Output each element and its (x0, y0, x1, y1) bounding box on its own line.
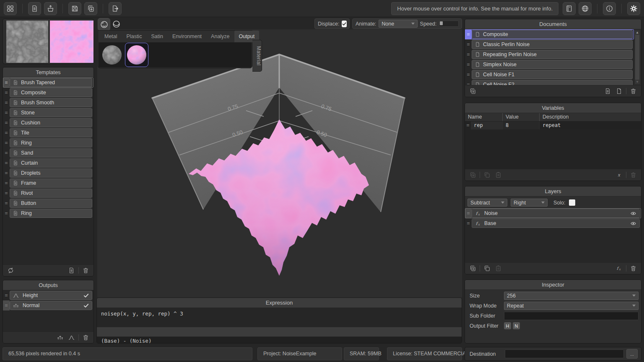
drag-handle[interactable]: = (3, 158, 10, 168)
copy-layer-button[interactable] (483, 264, 491, 273)
copy-variable-button[interactable] (483, 171, 491, 179)
material-tab[interactable]: Plastic (122, 31, 147, 42)
material-tab[interactable]: Satin (146, 31, 168, 42)
expression-editor[interactable]: noisep(x, y, rep, rep) ^ 3 (97, 308, 462, 327)
save-button[interactable] (68, 2, 81, 15)
variable-value[interactable]: 8 (503, 122, 540, 129)
paste-layer-button[interactable] (494, 264, 503, 273)
drag-handle[interactable]: = (3, 208, 10, 218)
3d-viewport[interactable]: 0.75 0.50 0.75 0.50 (97, 29, 462, 297)
material-tab[interactable]: Analyze (206, 31, 234, 42)
normal-preview-image[interactable] (50, 21, 93, 63)
drag-handle[interactable]: = (3, 118, 10, 128)
add-normal-output-button[interactable] (56, 333, 65, 342)
variable-name[interactable]: rep (471, 122, 503, 129)
paste-variable-button[interactable] (494, 171, 503, 179)
filter-normal-button[interactable]: N (513, 322, 520, 329)
drag-handle[interactable]: = (3, 198, 10, 208)
drag-handle[interactable]: = (3, 108, 10, 118)
export-button[interactable] (109, 2, 122, 15)
height-sphere-thumbnail[interactable] (101, 43, 123, 67)
template-item[interactable]: = Composite (3, 88, 93, 98)
drag-handle[interactable]: = (465, 218, 472, 228)
drag-handle[interactable]: = (465, 208, 472, 218)
save-template-button[interactable] (67, 266, 76, 275)
documents-scrollbar[interactable]: ▲ ▼ (634, 30, 640, 85)
drag-handle[interactable]: = (465, 70, 472, 80)
variable-description[interactable]: repeat (540, 122, 641, 129)
normal-sphere-thumbnail[interactable] (125, 43, 148, 67)
height-preview-image[interactable] (6, 21, 48, 63)
material-side-tab[interactable]: Material (252, 40, 262, 72)
drag-handle[interactable]: = (465, 29, 472, 39)
expression-divider[interactable] (97, 327, 462, 337)
drag-handle[interactable]: = (465, 80, 472, 85)
scroll-up-icon[interactable]: ▲ (636, 31, 639, 34)
sphere-view-button[interactable] (98, 18, 110, 31)
material-tab[interactable]: Environment (168, 31, 206, 42)
sub-folder-input[interactable] (504, 312, 639, 320)
eye-icon[interactable] (630, 210, 637, 217)
delete-layer-button[interactable] (629, 264, 638, 273)
blend-mode-dropdown[interactable]: Subtract (467, 199, 507, 207)
duplicate-layer-button[interactable] (468, 264, 477, 273)
sphere-view-alt-button[interactable] (110, 18, 122, 30)
layer-item[interactable]: = Base (465, 218, 641, 228)
delete-template-button[interactable] (81, 266, 90, 275)
browse-button[interactable]: ... (626, 349, 638, 359)
duplicate-variable-button[interactable] (468, 171, 477, 179)
settings-button[interactable] (627, 2, 640, 15)
home-grid-button[interactable] (4, 2, 17, 15)
document-item[interactable]: = Cell Noise F1 (465, 70, 634, 80)
refresh-templates-button[interactable] (6, 266, 15, 275)
destination-input[interactable] (505, 349, 624, 358)
drag-handle[interactable]: = (465, 39, 472, 49)
drag-handle[interactable]: = (3, 168, 10, 178)
new-document-button-small[interactable] (615, 87, 623, 96)
material-tab[interactable]: Metal (100, 31, 122, 42)
document-item[interactable]: = Repeating Perlin Noise (465, 49, 634, 59)
wrap-mode-dropdown[interactable]: Repeat (504, 302, 639, 310)
column-header-description[interactable]: Description (540, 113, 641, 121)
template-item[interactable]: = Ring (3, 208, 93, 218)
drag-handle[interactable]: = (3, 178, 10, 188)
column-header-name[interactable]: Name (465, 113, 503, 121)
template-item[interactable]: = Rivot (3, 188, 93, 198)
duplicate-button[interactable] (84, 2, 97, 15)
save-document-button[interactable] (603, 87, 612, 96)
size-dropdown[interactable]: 256 (504, 292, 639, 300)
template-item[interactable]: = Curtain (3, 158, 93, 168)
speed-slider[interactable] (439, 21, 459, 27)
add-fx-layer-button[interactable] (615, 264, 623, 273)
add-variable-button[interactable] (615, 171, 623, 179)
layer-item[interactable]: = Noise (465, 208, 641, 218)
eye-icon[interactable] (630, 220, 637, 227)
scrollbar-thumb[interactable] (635, 35, 639, 80)
manual-button[interactable] (563, 2, 576, 15)
duplicate-document-button[interactable] (468, 87, 477, 96)
document-item[interactable]: = Cell Noise F2 (465, 80, 634, 85)
template-item[interactable]: = Stone (3, 108, 93, 118)
website-button[interactable] (579, 2, 592, 15)
filter-height-button[interactable]: H (504, 322, 511, 329)
document-item[interactable]: = Simplex Noise (465, 59, 634, 70)
template-item[interactable]: = Button (3, 198, 93, 208)
open-button[interactable] (44, 2, 57, 15)
template-item[interactable]: = Ring (3, 138, 93, 148)
drag-handle[interactable]: = (3, 300, 10, 310)
new-document-button[interactable] (28, 2, 41, 15)
delete-document-button[interactable] (629, 87, 638, 96)
output-item-normal[interactable]: = Normal (3, 300, 93, 310)
document-item[interactable]: = Classic Perlin Noise (465, 39, 634, 49)
drag-handle[interactable]: = (3, 128, 10, 138)
template-item[interactable]: = Tile (3, 128, 93, 138)
drag-handle[interactable]: = (3, 98, 10, 108)
document-item[interactable]: = Composite (465, 29, 634, 39)
add-height-output-button[interactable] (67, 333, 76, 342)
template-item[interactable]: = Droplets (3, 168, 93, 178)
animate-dropdown[interactable]: None (379, 20, 417, 28)
drag-handle[interactable]: = (3, 138, 10, 148)
drag-handle[interactable]: = (3, 148, 10, 158)
scroll-down-icon[interactable]: ▼ (636, 80, 639, 84)
delete-variable-button[interactable] (629, 171, 638, 179)
